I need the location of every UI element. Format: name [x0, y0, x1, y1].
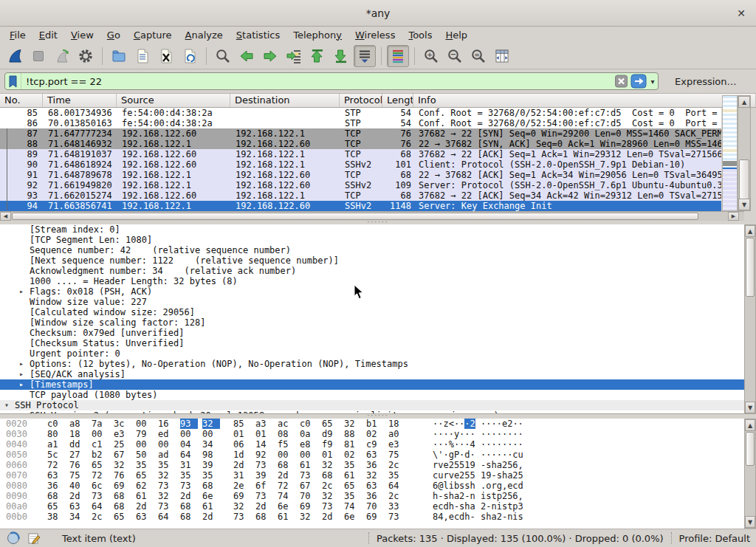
detail-row-12[interactable]: Urgent pointer: 0: [0, 348, 744, 359]
hex-byte[interactable]: c1: [92, 439, 109, 450]
hex-byte[interactable]: 00: [158, 439, 176, 450]
hex-byte[interactable]: 00: [136, 439, 154, 450]
hex-byte[interactable]: 00: [300, 450, 317, 460]
hex-byte[interactable]: 69: [233, 491, 251, 501]
hex-row-0070[interactable]: 0070637572766532353531392d7368613235curv…: [0, 470, 744, 481]
hex-byte[interactable]: 18: [69, 429, 87, 439]
hex-byte[interactable]: 73: [255, 491, 273, 501]
column-header-length[interactable]: Length: [382, 94, 413, 107]
hex-byte[interactable]: e3: [388, 439, 406, 450]
hex-byte[interactable]: 6e: [278, 501, 295, 512]
go-to-top-icon[interactable]: [306, 45, 329, 67]
hex-byte[interactable]: 67: [300, 481, 317, 491]
hex-byte[interactable]: 68: [180, 501, 198, 512]
hex-byte[interactable]: 72: [278, 481, 295, 491]
hex-byte[interactable]: 36: [366, 460, 384, 470]
hex-byte[interactable]: 00: [278, 450, 295, 460]
hex-row-0060[interactable]: 006072766532353531392d7368613235362crve2…: [0, 460, 744, 470]
hex-byte[interactable]: ad: [158, 450, 176, 460]
find-packet-icon[interactable]: [212, 45, 234, 67]
scroll-right-arrow[interactable]: ▶: [728, 212, 739, 221]
hex-byte[interactable]: 63: [47, 470, 65, 481]
hex-byte[interactable]: ed: [158, 429, 176, 439]
menu-capture[interactable]: Capture: [127, 28, 179, 42]
hex-byte[interactable]: 40: [69, 481, 87, 491]
menu-telephony[interactable]: Telephony: [286, 28, 348, 42]
hex-byte[interactable]: 74: [278, 491, 295, 501]
hex-byte[interactable]: 6e: [344, 512, 362, 522]
hex-byte[interactable]: 01: [322, 450, 340, 460]
detail-row-0[interactable]: [Stream index: 0]: [0, 224, 744, 235]
hex-byte[interactable]: 2c: [388, 460, 406, 470]
display-filter-field[interactable]: ▾: [4, 72, 659, 90]
hex-byte[interactable]: 62: [136, 481, 154, 491]
hex-byte[interactable]: ac: [278, 419, 295, 429]
hex-byte[interactable]: 32: [300, 512, 317, 522]
filter-history-dropdown[interactable]: ▾: [647, 78, 658, 86]
hex-byte[interactable]: 80: [47, 429, 65, 439]
hex-byte[interactable]: 64: [388, 481, 406, 491]
capture-options-icon[interactable]: [75, 45, 97, 67]
scroll-up-arrow[interactable]: ▲: [745, 419, 755, 431]
column-header-destination[interactable]: Destination: [230, 94, 340, 107]
hex-byte[interactable]: 1d: [233, 450, 251, 460]
hex-byte[interactable]: 69: [114, 481, 131, 491]
menu-help[interactable]: Help: [439, 28, 474, 42]
hex-byte[interactable]: 50: [136, 450, 154, 460]
filter-clear-icon[interactable]: [614, 74, 629, 89]
hex-byte[interactable]: 73: [92, 491, 109, 501]
hex-byte[interactable]: 68: [255, 512, 273, 522]
hex-byte[interactable]: 65: [92, 460, 109, 470]
hex-byte[interactable]: 39: [255, 470, 273, 481]
packet-row-86[interactable]: 8670.013850163fe:54:00:d4:38:2aSTP54Conf…: [0, 118, 721, 128]
hex-byte[interactable]: 73: [180, 481, 198, 491]
hex-byte[interactable]: 32: [344, 419, 362, 429]
hex-byte[interactable]: 79: [136, 429, 154, 439]
hex-byte[interactable]: f9: [322, 439, 340, 450]
bytes-vertical-scrollbar[interactable]: ▲ ▼: [744, 419, 756, 529]
expand-arrow-icon[interactable]: ▾: [4, 400, 15, 410]
hex-byte[interactable]: 35: [344, 460, 362, 470]
detail-row-2[interactable]: Sequence number: 42 (relative sequence n…: [0, 245, 744, 255]
hex-byte[interactable]: 61: [344, 470, 362, 481]
hex-byte[interactable]: 2d: [233, 460, 251, 470]
hex-byte[interactable]: 35: [344, 491, 362, 501]
column-header-info[interactable]: Info: [413, 94, 756, 107]
scroll-thumb[interactable]: [739, 159, 749, 199]
scroll-down-arrow[interactable]: ▼: [738, 199, 750, 210]
hex-byte[interactable]: f5: [278, 439, 295, 450]
expand-arrow-icon[interactable]: ▸: [19, 359, 30, 369]
hex-byte[interactable]: 08: [278, 429, 295, 439]
hex-byte[interactable]: 67: [114, 450, 131, 460]
hex-byte[interactable]: 2d: [255, 501, 273, 512]
hex-byte[interactable]: b2: [92, 450, 109, 460]
zoom-100-icon[interactable]: =: [467, 45, 489, 67]
hex-row-0050[interactable]: 00505c27b26750ad64981d92000001026375\'·g…: [0, 450, 744, 460]
packet-row-91[interactable]: 9171.648789678192.168.122.1192.168.122.6…: [0, 170, 721, 180]
open-file-icon[interactable]: [108, 45, 130, 67]
zoom-in-icon[interactable]: +: [420, 45, 442, 67]
hex-byte[interactable]: 68: [114, 491, 131, 501]
hex-byte[interactable]: 92: [255, 450, 273, 460]
hex-byte[interactable]: 39: [202, 460, 220, 470]
hex-byte[interactable]: e3: [114, 429, 131, 439]
hex-byte[interactable]: 32: [322, 460, 340, 470]
hex-byte[interactable]: 6c: [92, 481, 109, 491]
hex-byte[interactable]: d9: [322, 429, 340, 439]
hex-byte[interactable]: 65: [322, 419, 340, 429]
close-window-button[interactable]: ✕: [734, 6, 749, 21]
menu-tools[interactable]: Tools: [402, 28, 439, 42]
go-back-icon[interactable]: [236, 45, 258, 67]
column-header-no[interactable]: No.: [0, 94, 43, 107]
hex-byte[interactable]: 35: [202, 470, 220, 481]
hex-byte[interactable]: 2d: [136, 501, 154, 512]
start-capture-icon[interactable]: [4, 45, 26, 67]
intelligent-scrollbar-minimap[interactable]: [722, 95, 738, 211]
auto-scroll-icon[interactable]: [354, 45, 376, 67]
detail-row-10[interactable]: Checksum: 0x79ed [unverified]: [0, 328, 744, 338]
go-to-bottom-icon[interactable]: [330, 45, 352, 67]
hex-byte[interactable]: 27: [69, 450, 87, 460]
hex-byte[interactable]: 38: [47, 512, 65, 522]
hex-byte[interactable]: 61: [202, 501, 220, 512]
hex-byte[interactable]: 68: [322, 470, 340, 481]
